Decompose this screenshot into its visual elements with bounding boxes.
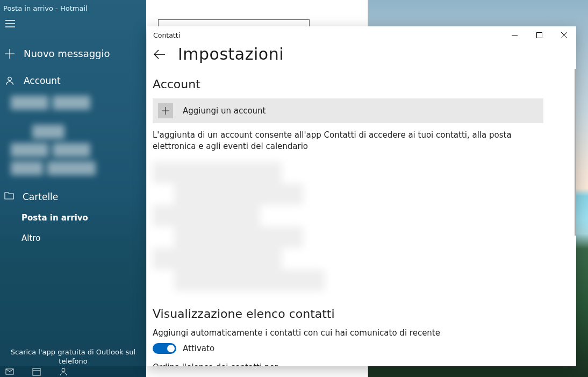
search-input-partial[interactable] [158,19,310,27]
dialog-header: Impostazioni [147,44,576,69]
calendar-icon[interactable] [32,367,41,376]
new-message-label: Nuovo messaggio [24,48,110,59]
hamburger-icon [5,20,15,27]
folder-icon [4,191,14,202]
auto-add-toggle[interactable] [153,343,176,354]
close-button[interactable] [551,26,576,44]
accounts-label: Account [24,75,61,86]
accounts-section-header[interactable]: Account [0,69,146,93]
folders-label: Cartelle [23,191,58,202]
outlook-app-promo[interactable]: Scarica l'app gratuita di Outlook sul te… [0,347,146,366]
back-button[interactable] [152,47,167,62]
dialog-titlebar: Contatti [147,26,576,44]
mail-icon[interactable] [5,367,14,376]
dialog-body: Account Aggiungi un account L'aggiunta d… [147,69,576,366]
add-account-label: Aggiungi un account [183,106,266,116]
add-account-button[interactable]: Aggiungi un account [153,98,543,123]
toggle-knob [167,345,175,352]
svg-point-0 [8,77,11,80]
person-icon [4,76,15,86]
new-message-button[interactable]: Nuovo messaggio [0,38,146,69]
redacted-accounts-list [153,162,543,291]
minimize-button[interactable] [502,26,527,44]
folders-section-header[interactable]: Cartelle [0,180,146,208]
scrollbar-thumb[interactable] [575,69,576,236]
redacted-account-info [11,96,146,175]
contacts-list-section-title: Visualizzazione elenco contatti [153,307,543,321]
plus-icon [158,103,173,118]
plus-icon [4,49,15,59]
folder-other[interactable]: Altro [0,228,146,248]
maximize-button[interactable] [527,26,551,44]
maximize-icon [536,32,542,38]
add-account-description: L'aggiunta di un account consente all'ap… [153,130,537,152]
back-arrow-icon [154,49,166,59]
folder-inbox[interactable]: Posta in arrivo [0,208,146,228]
settings-heading: Impostazioni [178,45,284,63]
minimize-icon [512,32,518,38]
bottom-nav-bar [0,366,146,377]
dialog-app-title: Contatti [153,31,502,39]
sort-contacts-label: Ordina l'elenco dei contatti per [153,362,543,366]
toggle-state-label: Attivato [183,344,214,353]
mail-sidebar: Posta in arrivo - Hotmail Nuovo messaggi… [0,0,146,377]
auto-add-toggle-row: Attivato [153,343,543,354]
auto-add-contacts-text: Aggiungi automaticamente i contatti con … [153,328,543,338]
hamburger-menu-button[interactable] [0,12,26,38]
contacts-settings-dialog: Contatti Impostazioni Account Aggiungi u… [147,26,576,366]
account-section-title: Account [153,77,543,91]
close-icon [561,32,567,38]
svg-point-3 [62,368,65,372]
svg-rect-4 [536,32,542,38]
mail-window-title: Posta in arrivo - Hotmail [0,0,146,12]
svg-rect-2 [33,368,40,375]
people-icon[interactable] [59,367,68,376]
